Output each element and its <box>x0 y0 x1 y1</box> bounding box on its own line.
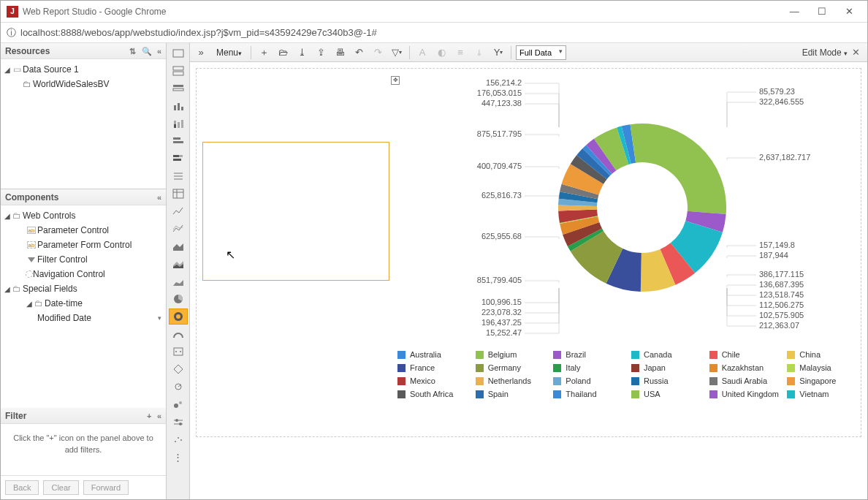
parameter-form-control[interactable]: ab Parameter Form Control <box>1 238 166 252</box>
back-button[interactable]: Back <box>5 480 39 495</box>
tool-bubble[interactable] <box>169 396 188 412</box>
legend-item[interactable]: Brazil <box>553 350 631 359</box>
window-minimize[interactable]: — <box>782 6 807 17</box>
tool-pie[interactable] <box>169 291 188 307</box>
tool-area-stack[interactable] <box>169 256 188 272</box>
color-icon[interactable]: ◐ <box>433 45 449 60</box>
tool-radar[interactable] <box>169 361 188 377</box>
webcontrols-node[interactable]: ◢ 🗀 Web Controls <box>1 208 166 223</box>
tool-kpi[interactable] <box>169 344 188 360</box>
export-icon[interactable]: ⇪ <box>313 45 329 60</box>
legend-item[interactable]: Vietnam <box>787 390 865 398</box>
collapse-icon[interactable]: « <box>157 47 161 56</box>
collapse-toggle-icon[interactable]: ◢ <box>4 212 11 220</box>
font-icon[interactable]: A <box>414 45 430 60</box>
collapse-icon[interactable]: « <box>157 412 161 420</box>
legend-item[interactable]: France <box>397 363 476 372</box>
collapse-toggle-icon[interactable]: ◢ <box>26 300 33 308</box>
tool-multiline[interactable] <box>169 221 188 237</box>
legend-item[interactable]: Malaysia <box>787 363 865 372</box>
collapse-icon[interactable]: « <box>157 193 161 202</box>
tool-area[interactable] <box>169 238 188 254</box>
datetime-node[interactable]: ◢ 🗀 Date-time <box>1 296 166 311</box>
donut-slice[interactable] <box>631 124 726 214</box>
legend-item[interactable]: United Kingdom <box>709 390 788 398</box>
legend-item[interactable]: Australia <box>397 350 476 359</box>
add-filter-icon[interactable]: + <box>147 412 151 420</box>
save-icon[interactable]: ⤓ <box>294 45 310 60</box>
tool-stacked-column[interactable] <box>169 115 188 132</box>
components-header[interactable]: Components « <box>1 189 166 205</box>
tool-table[interactable] <box>169 45 188 61</box>
open-icon[interactable]: 🗁 <box>275 45 291 60</box>
modified-date[interactable]: Modified Date ▾ <box>1 311 166 325</box>
legend-item[interactable]: Thailand <box>553 390 631 398</box>
expand-icon[interactable]: » <box>193 45 209 60</box>
legend-item[interactable]: Italy <box>553 363 631 372</box>
filter-header[interactable]: Filter + « <box>1 408 166 424</box>
data-mode-select[interactable]: Full Data <box>516 45 566 60</box>
tool-tabular[interactable] <box>169 63 188 79</box>
url-text[interactable]: localhost:8888/webos/app/webstudio/index… <box>20 27 377 38</box>
window-close[interactable]: ✕ <box>837 6 861 17</box>
new-icon[interactable]: ＋ <box>256 45 272 60</box>
legend-item[interactable]: Spain <box>476 390 554 398</box>
legend-item[interactable]: Saudi Arabia <box>709 376 788 385</box>
report-page[interactable]: ✥ ↖ 156,214.2176,053.015447,123.38875,51… <box>196 68 861 437</box>
clear-button[interactable]: Clear <box>43 480 78 495</box>
redo-icon[interactable]: ↷ <box>370 45 386 60</box>
legend-item[interactable]: Japan <box>631 363 709 372</box>
specialfields-node[interactable]: ◢ 🗀 Special Fields <box>1 281 166 296</box>
legend-item[interactable]: Russia <box>631 376 709 385</box>
close-icon[interactable]: ✕ <box>852 47 860 58</box>
legend-item[interactable]: Mexico <box>397 376 476 385</box>
merge-icon[interactable]: ⫰ <box>471 45 487 60</box>
collapse-toggle-icon[interactable]: ◢ <box>4 66 11 74</box>
window-maximize[interactable]: ☐ <box>810 6 834 17</box>
tool-centroid[interactable] <box>169 379 188 395</box>
filter-icon[interactable]: ▽▾ <box>389 45 405 60</box>
info-icon[interactable]: ⓘ <box>7 26 16 39</box>
drop-target[interactable] <box>202 142 389 281</box>
tool-gauge[interactable] <box>169 326 188 342</box>
tool-column-chart[interactable] <box>169 98 188 114</box>
tool-slider[interactable] <box>169 414 188 430</box>
legend-item[interactable]: Netherlands <box>476 376 554 385</box>
forward-button[interactable]: Forward <box>83 480 129 495</box>
sort-icon[interactable]: ⇅ <box>129 47 136 56</box>
tool-scatter[interactable] <box>169 431 188 447</box>
tool-crosstab[interactable] <box>169 186 188 202</box>
menu-dropdown[interactable]: Menu▾ <box>212 48 246 58</box>
chevron-down-icon[interactable]: ▾ <box>158 314 161 322</box>
legend-item[interactable]: Poland <box>553 376 631 385</box>
datasource-node[interactable]: ◢ ▭ Data Source 1 <box>1 62 166 77</box>
collapse-toggle-icon[interactable]: ◢ <box>4 285 11 293</box>
legend-item[interactable]: Germany <box>476 363 554 372</box>
navigation-control[interactable]: Navigation Control <box>1 267 166 281</box>
parameter-control[interactable]: ab Parameter Control <box>1 223 166 238</box>
legend-item[interactable]: Canada <box>631 350 709 359</box>
resources-header[interactable]: Resources ⇅ 🔍 « <box>1 43 166 59</box>
print-icon[interactable]: 🖶 <box>332 45 348 60</box>
tool-banded[interactable] <box>169 80 188 96</box>
legend-item[interactable]: Belgium <box>476 350 554 359</box>
search-icon[interactable]: 🔍 <box>142 47 152 56</box>
legend-item[interactable]: South Africa <box>397 390 476 398</box>
tool-stacked-bar[interactable] <box>169 151 188 167</box>
align-icon[interactable]: ≡ <box>452 45 468 60</box>
legend-item[interactable]: USA <box>631 390 709 398</box>
branch-icon[interactable]: Y▾ <box>490 45 506 60</box>
report-canvas[interactable]: ✥ ↖ 156,214.2176,053.015447,123.38875,51… <box>190 62 867 499</box>
filter-control[interactable]: Filter Control <box>1 252 166 267</box>
tool-list[interactable] <box>169 168 188 184</box>
legend-item[interactable]: Singapore <box>787 376 865 385</box>
legend-item[interactable]: Kazakhstan <box>709 363 788 372</box>
tool-line[interactable] <box>169 203 188 219</box>
dataset-node[interactable]: 🗀 WorldWideSalesBV <box>1 77 166 91</box>
tool-donut[interactable] <box>169 308 188 325</box>
tool-more[interactable]: ⋮ <box>169 449 188 465</box>
undo-icon[interactable]: ↶ <box>351 45 367 60</box>
tool-bar-chart[interactable] <box>169 133 188 149</box>
edit-mode-toggle[interactable]: Edit Mode ▾ <box>802 48 848 58</box>
legend-item[interactable]: Chile <box>709 350 788 359</box>
